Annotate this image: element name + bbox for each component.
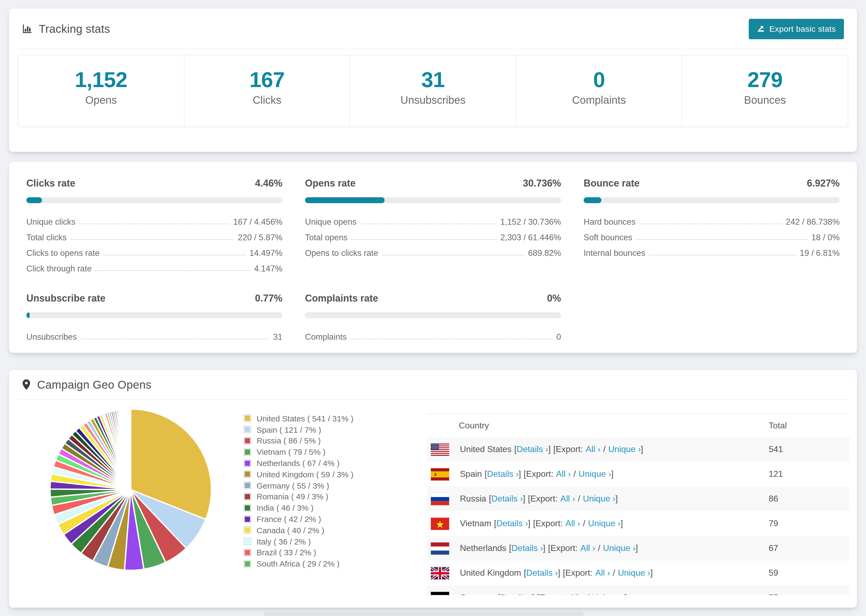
rate-detail-value: 14.497% (250, 248, 282, 258)
rate-value: 0% (547, 293, 561, 304)
summary-label: Clicks (184, 94, 350, 107)
progress-bar-track (26, 312, 282, 318)
dotted-leader (351, 239, 497, 240)
details-link[interactable]: Details › (496, 519, 528, 528)
legend-item[interactable]: France ( 42 / 2% ) (244, 513, 427, 525)
legend-item[interactable]: Canada ( 40 / 2% ) (244, 525, 427, 536)
legend-swatch-icon (244, 526, 251, 534)
total-cell: 55 (768, 593, 849, 595)
export-all-link[interactable]: All › (560, 494, 575, 504)
dotted-leader (96, 270, 250, 271)
table-row: Germany [Details ›] [Export: All › / Uni… (427, 585, 849, 595)
country-column-header: Country (427, 421, 768, 431)
legend-item[interactable]: India ( 46 / 3% ) (244, 502, 427, 514)
export-unique-link[interactable]: Unique › (583, 494, 615, 504)
rate-header: Opens rate 30.736% (305, 178, 561, 189)
rate-value: 30.736% (523, 178, 561, 189)
export-unique-link[interactable]: Unique › (578, 469, 611, 479)
export-all-link[interactable]: All › (595, 568, 610, 578)
summary-value: 1,152 (18, 67, 184, 92)
horizontal-scrollbar[interactable] (264, 612, 584, 616)
rate-detail-label: Clicks to opens rate (26, 248, 99, 258)
rates-card: Clicks rate 4.46% Unique clicks 167 / 4.… (9, 161, 857, 353)
tracking-stats-card: Tracking stats Export basic stats 1,152 … (9, 8, 857, 152)
details-link[interactable]: Details › (526, 568, 558, 578)
legend-item[interactable]: South Africa ( 29 / 2% ) (244, 558, 427, 569)
rate-detail-row: Click through rate 4.147% (26, 258, 282, 273)
rate-detail-label: Unique clicks (26, 217, 76, 227)
progress-bar-fill (26, 312, 30, 318)
legend-item[interactable]: Brazil ( 33 / 2% ) (244, 547, 427, 558)
rate-detail-row: Unique clicks 167 / 4.456% (26, 211, 282, 227)
rate-detail-label: Unique opens (305, 217, 356, 227)
progress-bar-fill (584, 197, 601, 203)
summary-cell: 0 Complaints (516, 55, 682, 126)
export-all-link[interactable]: All › (569, 593, 584, 595)
total-cell: 541 (768, 445, 849, 454)
rate-detail-row: Clicks to opens rate 14.497% (26, 242, 282, 258)
legend-label: Brazil ( 33 / 2% ) (257, 548, 316, 557)
rate-title: Clicks rate (26, 178, 75, 189)
progress-bar-fill (26, 197, 42, 203)
legend-item[interactable]: Spain ( 121 / 7% ) (244, 424, 427, 435)
export-all-link[interactable]: All › (580, 544, 595, 553)
rate-detail-value: 4.147% (254, 263, 282, 273)
dotted-leader (71, 239, 234, 240)
rate-detail-row: Total opens 2,303 / 61.446% (305, 227, 561, 242)
rate-header: Unsubscribe rate 0.77% (26, 293, 282, 304)
rate-header: Complaints rate 0% (305, 293, 561, 304)
legend-item[interactable]: Germany ( 55 / 3% ) (244, 480, 427, 491)
export-unique-link[interactable]: Unique › (618, 568, 650, 578)
legend-item[interactable]: Romania ( 49 / 3% ) (244, 491, 427, 502)
legend-item[interactable]: Netherlands ( 67 / 4% ) (244, 457, 427, 469)
summary-label: Unsubscribes (350, 94, 516, 107)
legend-item[interactable]: United States ( 541 / 31% ) (244, 413, 427, 424)
export-unique-link[interactable]: Unique › (603, 544, 636, 553)
summary-cell: 279 Bounces (682, 55, 848, 126)
details-link[interactable]: Details › (501, 593, 532, 595)
country-name: United States (460, 445, 512, 454)
bounce-rate-block: Bounce rate 6.927% Hard bounces 242 / 86… (584, 178, 840, 273)
export-unique-link[interactable]: Unique › (588, 519, 620, 528)
export-unique-link[interactable]: Unique › (608, 445, 641, 454)
export-all-link[interactable]: All › (556, 469, 571, 479)
summary-value: 167 (184, 67, 350, 92)
details-link[interactable]: Details › (511, 544, 543, 553)
rate-detail-label: Internal bounces (584, 248, 645, 258)
country-flag-icon (431, 567, 449, 579)
export-all-link[interactable]: All › (586, 445, 601, 454)
complaints-rate-block: Complaints rate 0% Complaints 0 (305, 293, 561, 342)
details-link[interactable]: Details › (516, 445, 548, 454)
export-all-link[interactable]: All › (565, 519, 580, 528)
total-cell: 121 (768, 469, 849, 479)
details-link[interactable]: Details › (487, 469, 518, 479)
legend-item[interactable]: United Kingdom ( 59 / 3% ) (244, 469, 427, 480)
geo-body: United States ( 541 / 31% ) Spain ( 121 … (9, 400, 857, 595)
geo-title: Campaign Geo Opens (37, 378, 151, 391)
rate-detail-row: Total clicks 220 / 5.87% (26, 227, 282, 242)
rate-detail-label: Click through rate (26, 263, 92, 273)
legend-item[interactable]: Russia ( 86 / 5% ) (244, 435, 427, 446)
rate-header: Bounce rate 6.927% (584, 178, 840, 189)
country-name: United Kingdom (460, 568, 521, 578)
geo-header: Campaign Geo Opens (17, 370, 849, 400)
legend-swatch-icon (244, 549, 251, 556)
legend-swatch-icon (244, 537, 251, 545)
legend-label: Germany ( 55 / 3% ) (257, 481, 329, 490)
details-link[interactable]: Details › (491, 494, 523, 504)
country-flag-icon (431, 592, 449, 595)
export-unique-link[interactable]: Unique › (592, 593, 625, 595)
legend-label: India ( 46 / 3% ) (257, 503, 313, 512)
geo-table-rows: United States [Details ›] [Export: All ›… (427, 437, 849, 595)
legend-swatch-icon (244, 482, 251, 489)
legend-swatch-icon (244, 426, 251, 433)
rate-detail-value: 1,152 / 30.736% (500, 217, 561, 227)
legend-item[interactable]: Italy ( 36 / 2% ) (244, 536, 427, 547)
export-basic-stats-button[interactable]: Export basic stats (749, 19, 844, 39)
progress-bar-track (305, 197, 561, 203)
rate-value: 4.46% (255, 178, 282, 189)
rate-detail-row: Complaints 0 (305, 326, 561, 342)
rate-detail-row: Opens to clicks rate 689.82% (305, 242, 561, 258)
legend-item[interactable]: Vietnam ( 79 / 5% ) (244, 446, 427, 458)
rate-rows: Complaints 0 (305, 326, 561, 342)
